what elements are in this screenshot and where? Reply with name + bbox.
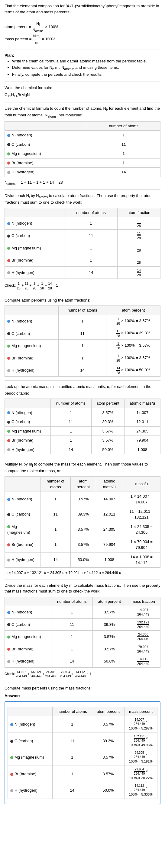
table-row: N (nitrogen) 1 3.57% 14.007264.449 [5,606,161,619]
dot [7,439,10,442]
t2-h-frac: 1428 [118,267,161,279]
table-row: N (nitrogen) 1 128 × 100% = 3.57% [5,315,161,327]
dot [10,773,13,776]
t4-h-mass: 1.008 [124,445,161,454]
chemical-formula-section: Write the chemical formula: C11H14BrMgN [4,85,161,98]
chemical-formula-label: Write the chemical formula: [4,85,161,91]
dot [7,513,10,516]
ans-mg-atoms: 1 [52,749,92,766]
table3-title: Compute atom percents using the atom fra… [4,297,161,303]
dot [7,636,10,639]
dot [7,611,10,614]
ans-n-masspct: 14.007264.449 ×100% = 5.297% [124,716,157,733]
t5-n-calc: 1 × 14.007 = 14.007 [123,492,160,507]
table3-section: Compute atom percents using the atom fra… [4,297,161,377]
table6-title: Divide the mass for each element by m to… [4,583,161,594]
t3-br-atoms: 1 [58,352,107,364]
t3-n-pct: 128 × 100% = 3.57% [107,315,161,327]
t2-n-atoms: 1 [65,217,118,230]
t2-h: H (hydrogen) [5,267,65,279]
t3-br-pct: 128 × 100% = 3.57% [107,352,161,364]
t2-col2: number of atoms [65,208,118,217]
atom-percent-formula: atom percent = NiNatoms × 100% [4,21,161,34]
dot [7,544,10,547]
t4-col1 [5,399,51,408]
plan-item-3: Finally, compute the percents and check … [12,71,161,78]
divider-3 [4,102,161,102]
t4-c: C (carbon) [5,417,51,427]
element-bromine: Br (bromine) [5,158,87,167]
t6-mg-frac: 24.305264.449 [126,631,161,643]
table-row: C (carbon) 11 39.3% 12.011 [5,417,161,427]
table5-section: Multiply Ni by mi to compute the mass fo… [4,461,161,575]
t4-n-pct: 3.57% [91,408,124,417]
t5-col2: number of atoms [41,476,71,492]
table-row: Br (bromine) 1 3.57% 79.904 [5,436,161,445]
ans-c-atompct: 39.3% [92,733,124,749]
atoms-bromine: 1 [87,158,161,167]
ans-h-atompct: 50.0% [92,782,124,799]
table4: number of atoms atom percent atomic mass… [4,399,161,454]
t4-mg: Mg (magnesium) [5,427,51,436]
divider-4 [4,189,161,190]
t5-h-mass: 1.008 [96,552,123,567]
t5-col5: mass/u [123,476,160,492]
dot [7,271,10,274]
t4-h: H (hydrogen) [5,445,51,454]
t4-col4: atomic mass/u [124,399,161,408]
t6-mg-pct: 3.57% [92,631,126,643]
t3-c-atoms: 11 [58,327,107,340]
ans-n-atompct: 3.57% [92,716,124,733]
t5-h-calc: 14 × 1.008 = 14.112 [123,552,160,567]
t4-col3: atom percent [91,399,124,408]
table6: number of atoms atom percent mass fracti… [4,597,161,668]
table-row: Mg (magnesium) 1 3.57% 24.305 [5,427,161,436]
t6-n: N (nitrogen) [5,606,51,619]
table-row: N (nitrogen) 1 3.57% 14.007 [5,408,161,417]
dot [7,525,10,528]
ans-mg-masspct: 24.305264.449 ×100% = 9.191% [124,749,157,766]
divider-7 [4,458,161,458]
dot [10,723,13,726]
ans-c-masspct: 132.121264.449 ×100% = 49.96% [124,733,157,749]
t6-br-atoms: 1 [51,643,92,655]
t4-n-mass: 14.007 [124,408,161,417]
t2-mg-atoms: 1 [65,242,118,254]
t4-mg-pct: 3.57% [91,427,124,436]
t3-mg: Mg (magnesium) [5,340,58,352]
t5-n-pct: 3.57% [71,492,96,507]
table2: number of atoms atom fraction N (nitroge… [4,208,161,279]
dot [7,623,10,626]
t5-br-pct: 3.57% [71,537,96,552]
table-row: H (hydrogen) 14 50.0% 1.008 [5,445,161,454]
ans-h: H (hydrogen) [8,782,52,799]
ans-br-masspct: 79.904264.449 ×100% = 30.22% [124,766,157,782]
plan-section: Plan: Write the chemical formula and gat… [4,53,161,78]
dot [7,369,10,372]
table1: number of atoms N (nitrogen) 1 C (carbon… [4,121,161,177]
t6-col2: number of atoms [51,597,92,606]
t5-c: C (carbon) [5,507,41,522]
dot [7,430,10,433]
dot [10,756,13,759]
table-row: C (carbon) 11 39.3% 132.121264.449 ×100%… [8,733,158,749]
dot [7,345,10,348]
t5-n-mass: 14.007 [96,492,123,507]
t5-mg-pct: 3.57% [71,522,96,537]
t5-mg-mass: 24.305 [96,522,123,537]
t3-h-pct: 1428 × 100% = 50.0% [107,364,161,377]
t6-col3: atom percent [92,597,126,606]
table-row: Mg (magnesium) 1 3.57% 24.305264.449 ×10… [8,749,158,766]
col2-header: number of atoms [87,121,161,131]
t3-mg-atoms: 1 [58,340,107,352]
table-row: H (hydrogen) 14 1428 [5,267,161,279]
table-row: Mg (magnesium) 1 128 [5,242,161,254]
table5-title: Multiply Ni by mi to compute the mass fo… [4,461,161,474]
hydrogen-dot [7,171,10,174]
t2-col3: atom fraction [118,208,161,217]
element-hydrogen: H (hydrogen) [5,167,87,177]
t4-c-mass: 12.011 [124,417,161,427]
divider-9 [4,682,161,682]
atoms-nitrogen: 1 [87,131,161,140]
t2-mg-frac: 128 [118,242,161,254]
